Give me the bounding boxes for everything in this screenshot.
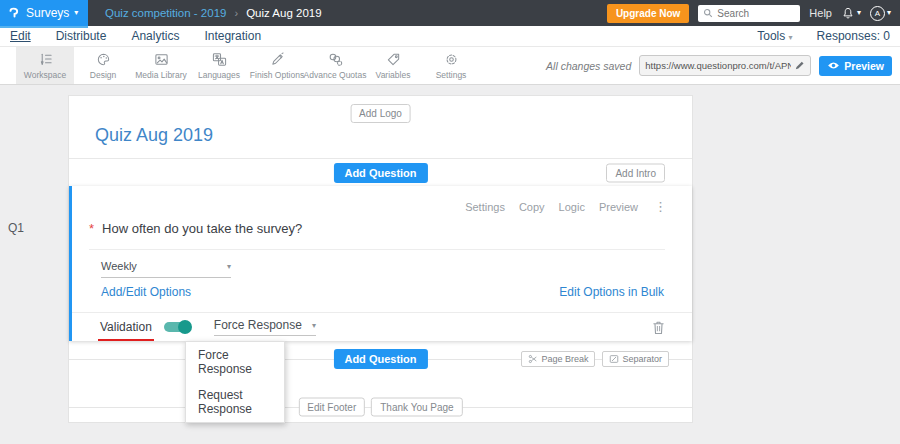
options-links-row: Add/Edit Options Edit Options in Bulk	[101, 285, 664, 299]
survey-page-card: Add Logo Quiz Aug 2019 Add Question Add …	[68, 95, 693, 423]
separator-icon	[609, 354, 619, 364]
workspace-icon	[38, 52, 53, 67]
kebab-menu-icon[interactable]: ⋮	[654, 199, 667, 214]
question-copy-link[interactable]: Copy	[519, 201, 545, 213]
chevron-down-icon: ▾	[857, 9, 861, 17]
add-edit-options-link[interactable]: Add/Edit Options	[101, 285, 191, 299]
header-actions-row: Add Question Add Intro	[69, 158, 692, 186]
survey-header-section: Add Logo Quiz Aug 2019	[69, 96, 692, 158]
footer-buttons-group: Edit Footer Thank You Page	[298, 398, 462, 417]
help-link[interactable]: Help	[809, 7, 832, 19]
gear-icon	[444, 52, 459, 67]
tool-languages[interactable]: Languages	[190, 47, 248, 84]
chevron-down-icon: ▾	[887, 9, 891, 17]
account-menu[interactable]: A ▾	[870, 6, 891, 21]
tool-advance-quotas[interactable]: Advance Quotas	[306, 47, 364, 84]
survey-title[interactable]: Quiz Aug 2019	[95, 125, 213, 146]
answer-dropdown-value: Weekly	[101, 260, 137, 272]
quota-links-icon	[328, 52, 343, 67]
breadcrumb-folder-link[interactable]: Quiz competition - 2019	[105, 7, 226, 19]
page-break-icon	[528, 354, 538, 364]
search-icon	[703, 8, 713, 18]
chevron-down-icon: ▾	[227, 262, 231, 271]
tool-variables[interactable]: Variables	[364, 47, 422, 84]
questionpro-logo-icon	[7, 6, 21, 21]
delete-question-button[interactable]	[652, 320, 665, 335]
breadcrumb: Quiz competition - 2019 › Quiz Aug 2019	[105, 7, 322, 19]
page-break-button[interactable]: Page Break	[521, 351, 595, 367]
menu-item-request-response[interactable]: Request Response	[186, 382, 284, 422]
tab-distribute[interactable]: Distribute	[56, 29, 107, 43]
translate-icon	[212, 52, 227, 67]
breadcrumb-separator: ›	[234, 7, 238, 19]
add-question-button-top[interactable]: Add Question	[333, 163, 427, 183]
separator-button[interactable]: Separator	[602, 351, 669, 367]
tool-workspace[interactable]: Workspace	[16, 47, 74, 84]
break-buttons-group: Page Break Separator	[521, 351, 669, 367]
tool-media-library[interactable]: Media Library	[132, 47, 190, 84]
validation-toggle[interactable]	[164, 322, 190, 332]
survey-footer-section: Edit Footer Thank You Page	[69, 376, 692, 424]
question-logic-link[interactable]: Logic	[559, 201, 585, 213]
question-preview-link[interactable]: Preview	[599, 201, 638, 213]
survey-url-box	[639, 55, 811, 76]
eye-icon	[827, 61, 840, 70]
required-asterisk: *	[89, 221, 94, 236]
avatar: A	[870, 6, 885, 21]
top-navbar: Surveys ▾ Quiz competition - 2019 › Quiz…	[0, 0, 900, 26]
chevron-down-icon: ▾	[789, 33, 793, 42]
navrow-right-group: Tools ▾ Responses: 0	[757, 29, 890, 43]
tag-icon	[386, 52, 401, 67]
palette-icon	[96, 52, 111, 67]
search-input[interactable]	[717, 8, 795, 19]
tab-analytics[interactable]: Analytics	[131, 29, 179, 43]
question-text-row[interactable]: * How often do you take the survey?	[89, 221, 665, 250]
menu-item-force-response[interactable]: Force Response	[186, 342, 284, 382]
breadcrumb-current-survey: Quiz Aug 2019	[246, 7, 321, 19]
autosave-status: All changes saved	[546, 60, 631, 72]
tool-design[interactable]: Design	[74, 47, 132, 84]
force-response-menu: Force Response Request Response	[185, 341, 285, 423]
tools-menu[interactable]: Tools ▾	[757, 29, 792, 43]
force-response-value: Force Response	[214, 318, 302, 332]
add-question-button-bottom[interactable]: Add Question	[333, 349, 427, 369]
image-icon	[154, 52, 169, 67]
editor-toolbar: Workspace Design Media Library Languages…	[0, 47, 900, 85]
upgrade-now-button[interactable]: Upgrade Now	[607, 4, 689, 23]
preview-button[interactable]: Preview	[819, 56, 892, 76]
product-name: Surveys	[26, 6, 69, 20]
add-intro-button[interactable]: Add Intro	[606, 163, 665, 182]
survey-nav-row: Edit Distribute Analytics Integration To…	[0, 26, 900, 47]
toggle-knob	[178, 320, 192, 334]
global-search	[698, 5, 800, 22]
question-toolbar: Settings Copy Logic Preview ⋮	[465, 199, 667, 214]
topbar-right-group: Upgrade Now Help ▾ A ▾	[607, 4, 900, 23]
thank-you-page-button[interactable]: Thank You Page	[371, 398, 462, 417]
between-questions-row: Add Question Page Break Separator	[69, 341, 692, 376]
validation-row: Validation Force Response ▾	[72, 312, 692, 341]
responses-count-link[interactable]: Responses: 0	[817, 29, 890, 43]
pencil-icon[interactable]	[794, 60, 805, 71]
toolbar-right-group: All changes saved Preview	[546, 47, 900, 84]
tool-settings[interactable]: Settings	[422, 47, 480, 84]
chevron-down-icon: ▾	[312, 321, 316, 330]
force-response-dropdown[interactable]: Force Response ▾	[214, 318, 316, 336]
question-number-label: Q1	[8, 221, 24, 235]
tab-integration[interactable]: Integration	[204, 29, 261, 43]
survey-url-input[interactable]	[645, 60, 791, 71]
editor-canvas: Q1 Add Logo Quiz Aug 2019 Add Question A…	[0, 85, 900, 444]
answer-dropdown[interactable]: Weekly ▾	[101, 260, 231, 278]
chevron-down-icon: ▾	[74, 9, 78, 17]
question-block-q1: Settings Copy Logic Preview ⋮ * How ofte…	[69, 186, 692, 341]
tool-finish-options[interactable]: Finish Options	[248, 47, 306, 84]
tab-edit[interactable]: Edit	[10, 29, 31, 43]
edit-options-in-bulk-link[interactable]: Edit Options in Bulk	[559, 285, 664, 299]
pen-icon	[270, 52, 285, 67]
question-text: How often do you take the survey?	[102, 221, 302, 236]
edit-footer-button[interactable]: Edit Footer	[298, 398, 365, 417]
notifications-menu[interactable]: ▾	[841, 6, 861, 21]
question-settings-link[interactable]: Settings	[465, 201, 505, 213]
surveys-product-menu[interactable]: Surveys ▾	[0, 0, 88, 26]
validation-label: Validation	[100, 320, 152, 334]
add-logo-button[interactable]: Add Logo	[350, 104, 411, 123]
